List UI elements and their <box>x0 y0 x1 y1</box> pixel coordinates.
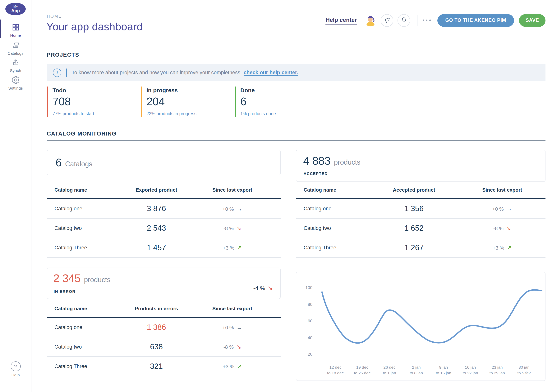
catalog-value: 1 652 <box>376 224 452 232</box>
table-row: Catalog Three 321 +3 %↗ <box>47 357 281 376</box>
stat-value: 708 <box>52 95 143 108</box>
stat-label: In progress <box>146 87 237 93</box>
x-axis-tick: 16 janto 22 jan <box>455 364 486 376</box>
sidebar-item-label: Settings <box>0 86 31 90</box>
trend-up-icon: ↗ <box>237 244 242 251</box>
save-button[interactable]: SAVE <box>519 14 545 27</box>
page-title: Your app dashboard <box>46 21 143 33</box>
stat-link[interactable]: 77% products to start <box>52 112 94 116</box>
stat-in-progress: In progress 204 22% products in progress <box>141 86 237 117</box>
in-error-tag: IN ERROR <box>54 289 75 294</box>
col-header-since-last-export: Since last export <box>194 306 271 311</box>
col-header-catalog-name: Catalog name <box>54 187 87 193</box>
table-header-row: Catalog name Accepted product Since last… <box>296 182 545 199</box>
catalog-delta: -8 %↘ <box>194 343 271 350</box>
notifications-button[interactable] <box>398 14 410 27</box>
table-row: Catalog Three 1 457 +3 %↗ <box>47 238 281 258</box>
x-axis-tick: 26 decto 1 jan <box>374 364 405 376</box>
sidebar-item-label: Help <box>0 372 31 377</box>
x-axis-tick: 30 janto 5 fev <box>509 364 539 376</box>
catalog-name: Catalog Three <box>54 364 87 369</box>
table-row: Catalog two 1 652 -8 %↘ <box>296 219 545 238</box>
sidebar-item-catalogs[interactable]: Catalogs <box>0 41 31 56</box>
logo-text-top: My <box>14 5 18 8</box>
col-header-since-last-export: Since last export <box>194 187 271 193</box>
catalog-value: 1 386 <box>118 323 195 332</box>
trend-flat-icon: → <box>237 324 242 330</box>
announcements-button[interactable] <box>381 14 393 27</box>
catalog-name: Catalog one <box>54 324 82 330</box>
table-row: Catalog one 3 876 +0 %→ <box>47 199 281 219</box>
megaphone-icon <box>383 16 391 25</box>
col-header-exported-product: Exported product <box>118 187 195 193</box>
table-header-row: Catalog name Exported product Since last… <box>47 182 281 199</box>
help-icon: ? <box>11 361 21 371</box>
catalog-delta: +0 %→ <box>194 205 271 212</box>
catalog-name: Catalog Three <box>304 245 336 251</box>
exported-products-table: Catalog name Exported product Since last… <box>47 182 281 258</box>
catalog-delta: +3 %↗ <box>194 244 271 251</box>
stat-label: Done <box>240 87 330 93</box>
error-card-delta: -4 %↘ <box>253 284 273 292</box>
x-axis-tick: 9 janto 15 jan <box>428 364 459 376</box>
sidebar-item-home[interactable]: Home <box>0 23 31 37</box>
logo-text-bottom: App <box>11 9 20 13</box>
sidebar-item-settings[interactable]: Settings <box>0 76 31 90</box>
bell-icon <box>400 16 407 25</box>
upload-icon <box>0 58 31 67</box>
x-axis-tick: 12 decto 18 dec <box>320 364 351 376</box>
stat-link[interactable]: 1% products done <box>240 112 276 116</box>
catalog-name: Catalog one <box>54 206 82 211</box>
sidebar-item-label: Home <box>0 33 31 37</box>
header-actions: Help center <box>326 14 545 27</box>
sidebar-item-help[interactable]: ? Help <box>0 361 31 377</box>
book-icon <box>0 41 31 50</box>
table-row: Catalog two 638 -8 %↘ <box>47 337 281 357</box>
breadcrumb: HOME <box>47 14 62 18</box>
banner-help-center-link[interactable]: check our help center. <box>244 70 298 75</box>
col-header-products-in-errors: Products in errors <box>118 306 195 311</box>
trend-down-icon: ↘ <box>506 225 511 231</box>
error-products-card: 2 345 products IN ERROR -4 %↘ <box>47 268 281 299</box>
catalogs-count-label: Catalogs <box>65 160 92 168</box>
go-to-pim-button[interactable]: GO TO THE AKENEO PIM <box>437 14 514 27</box>
accepted-products-table: Catalog name Accepted product Since last… <box>296 182 545 258</box>
trend-down-icon: ↘ <box>236 225 241 231</box>
banner-text: To know more about projects and how you … <box>72 70 242 75</box>
x-axis-tick: 2 janto 8 jan <box>401 364 432 376</box>
table-row: Catalog one 1 356 +0 %→ <box>296 199 545 219</box>
table-header-row: Catalog name Products in errors Since la… <box>47 300 281 318</box>
catalogs-count-card: 6 Catalogs <box>47 150 281 175</box>
col-header-since-last-export: Since last export <box>464 187 540 193</box>
catalog-value: 3 876 <box>118 204 195 213</box>
accepted-tag: ACCEPTED <box>304 171 328 176</box>
catalog-name: Catalog Three <box>54 245 87 251</box>
stat-todo: Todo 708 77% products to start <box>47 86 143 117</box>
app-logo[interactable]: My App <box>5 3 26 15</box>
trend-down-icon: ↘ <box>267 285 273 291</box>
catalog-delta: -8 %↘ <box>194 225 271 231</box>
sidebar-item-label: Synch <box>0 68 31 73</box>
stat-link[interactable]: 22% products in progress <box>146 112 196 116</box>
sidebar: My App Home Catalogs <box>0 0 31 392</box>
trend-up-icon: ↗ <box>237 363 242 369</box>
catalog-value: 1 457 <box>118 243 195 252</box>
col-header-accepted-product: Accepted product <box>376 187 452 193</box>
col-header-catalog-name: Catalog name <box>304 187 336 193</box>
projects-info-banner: i To know more about projects and how yo… <box>47 64 545 81</box>
trend-flat-icon: → <box>506 205 512 212</box>
help-center-link[interactable]: Help center <box>326 16 357 24</box>
catalog-monitoring-section-header: CATALOG MONITORING <box>47 130 545 141</box>
banner-divider <box>66 68 67 77</box>
sidebar-item-synch[interactable]: Synch <box>0 58 31 73</box>
catalog-value: 638 <box>118 343 195 351</box>
info-icon: i <box>53 68 61 77</box>
accepted-products-count: 4 883 <box>303 155 330 167</box>
accepted-products-label: products <box>334 159 360 167</box>
catalog-value: 2 543 <box>118 224 195 232</box>
ellipsis-icon[interactable] <box>423 20 431 21</box>
catalog-value: 1 267 <box>376 243 452 252</box>
catalog-delta: +3 %↗ <box>464 244 540 251</box>
col-header-catalog-name: Catalog name <box>54 306 87 311</box>
avatar[interactable] <box>364 14 377 26</box>
